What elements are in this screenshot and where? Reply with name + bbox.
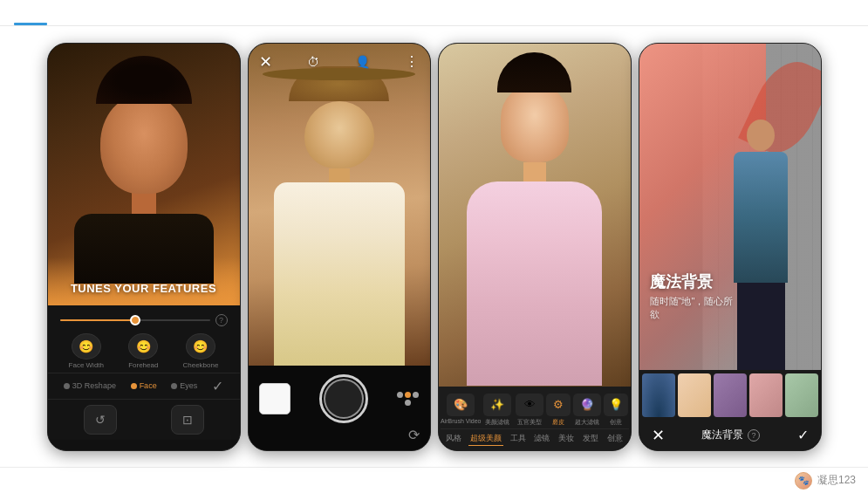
feature-reshape-label: 五官美型 xyxy=(517,418,542,427)
p4-legs xyxy=(737,283,785,370)
dot3 xyxy=(413,392,419,398)
cheekbone-label: Cheekbone xyxy=(182,361,218,369)
mode-dot-face xyxy=(131,383,137,389)
tab-makeup[interactable]: 美妆 xyxy=(557,433,576,446)
slider-thumb[interactable] xyxy=(130,315,140,325)
tab-hair[interactable]: 发型 xyxy=(581,433,600,446)
tab-creative2[interactable]: 创意 xyxy=(605,433,625,446)
magic-title-text: 魔法背景 xyxy=(650,271,734,292)
thumbnail-square[interactable] xyxy=(259,383,290,414)
thumb-1[interactable] xyxy=(642,373,675,417)
thumb-5[interactable] xyxy=(785,373,818,417)
phone4-frame: 魔法背景 随时随"地"，随心所 欲 xyxy=(639,43,822,451)
feature-reshape-icon: 👁 xyxy=(516,394,543,416)
camera-bottom-controls: ⟳ xyxy=(249,366,430,450)
slider-row[interactable]: ? xyxy=(48,311,240,330)
tool-airbrush[interactable]: 🎨 AirBrush Video xyxy=(441,394,482,427)
tab-filter[interactable]: 滤镜 xyxy=(532,433,551,446)
bottom-tabs-row: 风格 超级美颜 工具 滤镜 美妆 发型 创意 xyxy=(441,428,629,448)
w3-neck xyxy=(523,162,546,181)
big-filter-icon: 🔮 xyxy=(573,394,601,416)
p4-body-upper xyxy=(734,152,788,283)
phone3-photo-area xyxy=(439,44,631,387)
mode-label-face: Face xyxy=(140,381,157,390)
help-icon-bottom[interactable]: ? xyxy=(748,429,760,442)
camera-viewfinder: ✕ ⏱ 👤 ⋮ xyxy=(249,44,430,366)
mode-label-reshape: 3D Reshape xyxy=(72,381,116,390)
airbrush-label: AirBrush Video xyxy=(441,418,482,425)
compare-icon: ⊡ xyxy=(171,405,204,435)
hair xyxy=(96,56,192,104)
phone1-photo-area: SCULPT FINE TUNES YOUR FEATURES xyxy=(48,44,240,305)
dot4 xyxy=(405,400,411,406)
tool-big-filter[interactable]: 🔮 超大滤镜 xyxy=(571,394,603,427)
cheekbone-icon: 😊 xyxy=(186,333,215,359)
neck xyxy=(132,192,156,214)
dot1 xyxy=(397,392,403,398)
smooth-label: 磨皮 xyxy=(552,418,564,427)
mode-dot-eyes xyxy=(171,383,177,389)
confirm-icon[interactable]: ✓ xyxy=(797,427,809,443)
shutter-button[interactable] xyxy=(319,374,368,423)
tab-tools[interactable]: 工具 xyxy=(509,433,528,446)
thumb-4[interactable] xyxy=(749,373,783,417)
phone4-bottom-bar: ✕ 魔法背景 ? ✓ xyxy=(639,421,821,450)
tab-super-beauty[interactable]: 超级美颜 xyxy=(468,433,503,446)
tab-style[interactable]: 风格 xyxy=(444,433,463,446)
magic-subtitle1: 随时随"地"，随心所 xyxy=(650,295,734,308)
mode-face[interactable]: Face xyxy=(131,381,157,390)
beauty-filter-icon: ✨ xyxy=(483,394,511,416)
thumb-2[interactable] xyxy=(678,373,711,417)
body xyxy=(74,214,214,284)
smooth-icon: ⚙ xyxy=(546,394,571,416)
phone4-photo-area: 魔法背景 随时随"地"，随心所 欲 xyxy=(639,44,821,370)
face-oval xyxy=(100,93,188,194)
tool-feature[interactable]: 👁 五官美型 xyxy=(514,394,545,427)
compare-btn[interactable]: ⊡ xyxy=(171,405,204,435)
checkmark-icon[interactable]: ✓ xyxy=(212,378,223,394)
undo-icon: ↺ xyxy=(84,405,117,435)
p4-head xyxy=(747,120,775,151)
close-icon[interactable]: ✕ xyxy=(259,52,272,72)
dismiss-icon[interactable]: ✕ xyxy=(652,426,665,445)
airbrush-icon: 🎨 xyxy=(447,394,475,416)
tool-beauty-filter[interactable]: ✨ 美颜滤镜 xyxy=(482,394,513,427)
neck-body xyxy=(329,168,350,182)
mode-row: 3D Reshape Face Eyes ✓ xyxy=(48,373,240,399)
hat-brim xyxy=(263,68,415,81)
feature-forehead[interactable]: 😊 Forehead xyxy=(128,333,158,369)
more-options-icon[interactable]: ⋮ xyxy=(405,53,419,70)
woman-hat-simulation xyxy=(249,44,430,366)
flip-row: ⟳ xyxy=(259,423,420,443)
phone3-frame: 🎨 AirBrush Video ✨ 美颜滤镜 👁 五官美型 ⚙ xyxy=(438,43,632,451)
watermark-text: 凝思123 xyxy=(817,473,856,488)
mode-eyes[interactable]: Eyes xyxy=(171,381,197,390)
feature-face-width[interactable]: 😊 Face Width xyxy=(69,333,104,369)
feature-cheekbone[interactable]: 😊 Cheekbone xyxy=(182,333,218,369)
mode-3d-reshape[interactable]: 3D Reshape xyxy=(64,381,116,390)
w3-face xyxy=(501,84,569,162)
forehead-label: Forehead xyxy=(128,361,158,369)
flip-icon[interactable]: ⟳ xyxy=(408,427,420,443)
tool-creative[interactable]: 💡 创意 xyxy=(604,394,628,427)
slider-track[interactable] xyxy=(60,319,210,321)
upper-body xyxy=(274,182,405,366)
mode-dot-reshape xyxy=(64,383,70,389)
effects-icon[interactable] xyxy=(397,392,420,406)
face-width-icon: 😊 xyxy=(72,333,101,359)
tool-icons-row: 🎨 AirBrush Video ✨ 美颜滤镜 👁 五官美型 ⚙ xyxy=(441,392,629,428)
big-filter-label: 超大滤镜 xyxy=(575,418,599,427)
page-container: SCULPT FINE TUNES YOUR FEATURES ? xyxy=(0,0,868,493)
mode-label-eyes: Eyes xyxy=(180,381,197,390)
help-circle-icon[interactable]: ? xyxy=(215,314,228,326)
tool-smooth[interactable]: ⚙ 磨皮 xyxy=(546,394,571,427)
phone1-frame: SCULPT FINE TUNES YOUR FEATURES ? xyxy=(47,43,241,451)
camera-controls-row xyxy=(259,374,420,423)
thumb-3[interactable] xyxy=(714,373,747,417)
magic-bg-label-area: 魔法背景 ? xyxy=(701,428,760,442)
shutter-inner xyxy=(324,379,364,419)
magic-text-overlay: 魔法背景 随时随"地"，随心所 欲 xyxy=(650,271,734,322)
undo-btn[interactable]: ↺ xyxy=(84,405,117,435)
creative-icon: 💡 xyxy=(604,394,628,416)
face-under-hat xyxy=(304,101,374,168)
